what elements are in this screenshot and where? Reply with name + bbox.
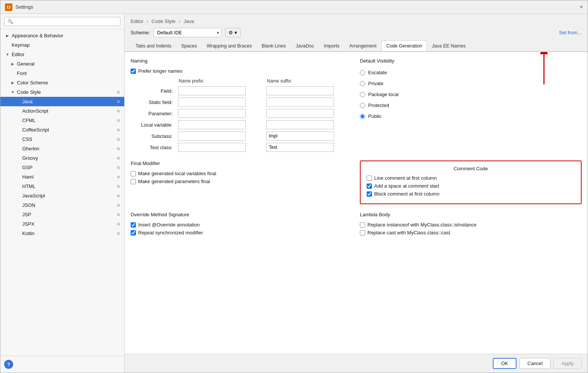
visibility-protected-radio[interactable]: [360, 103, 365, 108]
copy-icon: ⧉: [117, 203, 120, 208]
expand-icon: ▶: [10, 80, 15, 86]
test-class-suffix-input[interactable]: [266, 143, 334, 152]
scheme-gear-button[interactable]: ⚙ ▾: [225, 28, 241, 37]
tab-arrangement[interactable]: Arrangement: [344, 40, 381, 51]
sidebar-item-actionscript[interactable]: ActionScript ⧉: [0, 106, 124, 116]
ok-button[interactable]: OK: [493, 358, 516, 369]
visibility-escalate-label[interactable]: Escalate: [368, 70, 387, 75]
local-var-suffix-input[interactable]: [266, 120, 334, 129]
sidebar-item-appearance[interactable]: ▶ Appearance & Behavior: [0, 31, 124, 40]
sidebar-item-jspx[interactable]: JSPX ⧉: [0, 219, 124, 229]
repeat-synchronized-label[interactable]: Repeat synchronized modifier: [138, 230, 203, 235]
local-vars-final-checkbox[interactable]: [131, 171, 136, 176]
visibility-package-label[interactable]: Package local: [368, 92, 399, 97]
cancel-button[interactable]: Cancel: [519, 358, 550, 369]
tab-javadoc[interactable]: JavaDoc: [291, 40, 319, 51]
sidebar-item-haml[interactable]: Haml ⧉: [0, 172, 124, 182]
sidebar-item-cfml[interactable]: CFML ⧉: [0, 116, 124, 125]
sidebar-item-color-scheme[interactable]: ▶ Color Scheme: [0, 78, 124, 87]
sidebar-item-font[interactable]: Font: [0, 69, 124, 78]
sidebar-item-code-style[interactable]: ▼ Code Style ⧉: [0, 87, 124, 97]
field-prefix-input[interactable]: [178, 86, 246, 95]
tab-tabs-indents[interactable]: Tabs and Indents: [131, 40, 176, 51]
close-button[interactable]: ×: [580, 4, 583, 11]
insert-override-checkbox[interactable]: [131, 222, 136, 228]
visibility-package-radio[interactable]: [360, 92, 365, 97]
expand-icon: [15, 203, 21, 208]
tab-wrapping[interactable]: Wrapping and Braces: [202, 40, 257, 51]
test-class-prefix-input[interactable]: [178, 143, 246, 152]
line-first-col-checkbox[interactable]: [367, 176, 372, 181]
sidebar-item-java[interactable]: Java ⧉: [0, 97, 124, 106]
subclass-suffix-input[interactable]: [266, 131, 334, 141]
visibility-public-radio[interactable]: [360, 114, 365, 119]
sidebar-item-jsp[interactable]: JSP ⧉: [0, 210, 124, 219]
parameter-suffix-input[interactable]: [266, 109, 334, 118]
sidebar-item-gsp[interactable]: GSP ⧉: [0, 163, 124, 172]
visibility-escalate-radio[interactable]: [360, 70, 365, 75]
search-input[interactable]: [4, 17, 120, 26]
visibility-private-label[interactable]: Private: [368, 81, 383, 86]
override-title: Override Method Signature: [131, 212, 352, 217]
sidebar-search-area: [0, 14, 124, 29]
static-field-prefix-input[interactable]: [178, 98, 246, 107]
parameter-prefix-input[interactable]: [178, 109, 246, 118]
visibility-public-label[interactable]: Public: [368, 113, 381, 119]
sidebar-item-kotlin[interactable]: Kotlin ⧉: [0, 229, 124, 238]
subclass-prefix-input[interactable]: [178, 131, 246, 141]
repeat-synchronized-checkbox[interactable]: [131, 230, 136, 235]
static-field-suffix-input[interactable]: [266, 98, 334, 107]
replace-cast-label[interactable]: Replace cast with MyClass.class::cast: [367, 230, 450, 235]
apply-button[interactable]: Apply: [553, 358, 582, 369]
naming-title: Naming: [131, 58, 352, 64]
visibility-private-radio[interactable]: [360, 81, 365, 86]
add-space-checkbox[interactable]: [367, 183, 372, 189]
expand-icon: [15, 174, 21, 180]
tab-java-ee-names[interactable]: Java EE Names: [427, 40, 471, 51]
sidebar-item-gherkin[interactable]: Gherkin ⧉: [0, 144, 124, 153]
field-suffix-input[interactable]: [266, 86, 334, 95]
sidebar-item-javascript[interactable]: JavaScript ⧉: [0, 191, 124, 200]
override-lambda-section: Override Method Signature Insert @Overri…: [131, 212, 582, 238]
replace-cast-checkbox[interactable]: [360, 230, 365, 235]
scheme-select[interactable]: Default IDE Project: [154, 28, 221, 37]
sidebar-item-general[interactable]: ▶ General: [0, 59, 124, 69]
block-first-col-label[interactable]: Block comment at first column: [374, 191, 439, 197]
params-final-checkbox[interactable]: [131, 179, 136, 184]
sidebar-item-label: Gherkin: [22, 146, 116, 151]
expand-icon: [10, 71, 15, 76]
sidebar-item-editor[interactable]: ▼ Editor: [0, 50, 124, 59]
sidebar-item-keymap[interactable]: Keymap: [0, 40, 124, 50]
sidebar-item-html[interactable]: HTML ⧉: [0, 182, 124, 191]
set-from-link[interactable]: Set from...: [559, 30, 582, 35]
add-space-label[interactable]: Add a space at comment start: [374, 183, 439, 189]
tab-spaces[interactable]: Spaces: [176, 40, 202, 51]
local-vars-final-row: Make generated local variables final: [131, 171, 352, 176]
expand-icon: ▶: [5, 33, 10, 38]
sidebar-item-css[interactable]: CSS ⧉: [0, 135, 124, 144]
sidebar-item-label: General: [17, 61, 120, 67]
visibility-protected-label[interactable]: Protected: [368, 102, 389, 108]
scheme-select-wrap: Default IDE Project: [154, 28, 221, 37]
prefer-longer-checkbox[interactable]: [131, 69, 136, 74]
params-final-label[interactable]: Make generated parameters final: [138, 179, 210, 184]
sidebar-item-json[interactable]: JSON ⧉: [0, 200, 124, 210]
local-vars-final-label[interactable]: Make generated local variables final: [138, 171, 216, 176]
prefer-longer-label[interactable]: Prefer longer names: [138, 68, 183, 74]
block-first-col-checkbox[interactable]: [367, 191, 372, 197]
tab-code-generation[interactable]: Code Generation: [381, 40, 427, 52]
sidebar-item-coffeescript[interactable]: CoffeeScript ⧉: [0, 125, 124, 135]
tab-blank-lines[interactable]: Blank Lines: [257, 40, 291, 51]
expand-icon: [15, 222, 21, 227]
copy-icon: ⧉: [117, 212, 120, 217]
insert-override-label[interactable]: Insert @Override annotation: [138, 222, 200, 228]
replace-instanceof-label[interactable]: Replace instanceof with MyClass.class::i…: [367, 222, 477, 228]
sidebar-item-groovy[interactable]: Groovy ⧉: [0, 153, 124, 163]
local-var-prefix-input[interactable]: [178, 120, 246, 129]
help-button[interactable]: ?: [4, 360, 13, 369]
tab-imports[interactable]: Imports: [319, 40, 344, 51]
final-modifier-title: Final Modifier: [131, 161, 352, 166]
copy-icon: ⧉: [117, 175, 120, 179]
replace-instanceof-checkbox[interactable]: [360, 222, 365, 228]
line-first-col-label[interactable]: Line comment at first column: [374, 175, 437, 181]
